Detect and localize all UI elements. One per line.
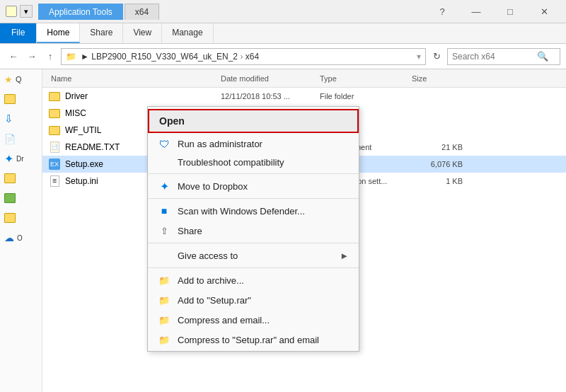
app-icon bbox=[6, 6, 17, 17]
share-icon: ⇧ bbox=[158, 224, 171, 237]
shield-icon: 🛡 bbox=[158, 137, 171, 150]
txt-file-icon: 📄 bbox=[48, 141, 61, 154]
separator-2 bbox=[148, 198, 359, 199]
context-menu: Open 🛡 Run as administrator Troubleshoot… bbox=[147, 106, 359, 352]
file-name: Driver bbox=[65, 91, 221, 101]
search-input[interactable] bbox=[452, 52, 537, 62]
ctx-share-label: Share bbox=[178, 226, 202, 236]
ctx-give-access[interactable]: Give access to ► bbox=[148, 246, 359, 265]
ctx-compress-email[interactable]: 📁 Compress and email... bbox=[148, 310, 359, 330]
main-area: ★ Q ⇩ 📄 ✦ Dr ☁ O N bbox=[0, 69, 566, 392]
window-controls: ? — □ ✕ bbox=[426, 0, 560, 23]
sidebar-item-2[interactable]: ⇩ bbox=[0, 109, 42, 129]
open-label: Open bbox=[159, 115, 185, 127]
cloud-icon: ☁ bbox=[4, 232, 14, 243]
folder-icon bbox=[48, 124, 61, 137]
col-type-header[interactable]: Type bbox=[317, 74, 409, 83]
separator-1 bbox=[148, 173, 359, 174]
search-icon: 🔍 bbox=[537, 51, 548, 62]
title-bar-left: ▾ bbox=[6, 5, 33, 18]
open-item-wrapper: Open bbox=[148, 109, 359, 133]
file-size: 21 KB bbox=[412, 143, 468, 151]
ctx-give-access-label: Give access to bbox=[178, 250, 238, 261]
compress-rar-email-icon: 📁 bbox=[158, 333, 171, 346]
sidebar-item-6[interactable] bbox=[0, 208, 42, 228]
ctx-defender[interactable]: ■ Scan with Windows Defender... bbox=[148, 201, 359, 221]
ctx-run-admin-label: Run as administrator bbox=[178, 139, 262, 149]
sidebar-dr-label: Dr bbox=[16, 155, 24, 163]
folder-icon bbox=[48, 90, 61, 103]
file-date: 12/11/2018 10:53 ... bbox=[221, 92, 320, 100]
tab-manage[interactable]: Manage bbox=[162, 23, 213, 43]
address-bar: ← → ↑ 📁 ► LBP2900_R150_V330_W64_uk_EN_2 … bbox=[0, 44, 566, 69]
sidebar-quickaccess[interactable]: ★ Q bbox=[0, 69, 42, 89]
ctx-dropbox-label: Move to Dropbox bbox=[178, 181, 248, 192]
sidebar-item-1[interactable] bbox=[0, 89, 42, 109]
ctx-add-rar-label: Add to "Setup.rar" bbox=[178, 295, 251, 306]
archive-rar-icon: 📁 bbox=[158, 294, 171, 306]
tab-view[interactable]: View bbox=[123, 23, 162, 43]
separator-3 bbox=[148, 243, 359, 243]
tab-home[interactable]: Home bbox=[37, 23, 80, 43]
sidebar-o-label: O bbox=[17, 234, 23, 242]
folder-icon-inline: 📁 bbox=[66, 52, 76, 62]
sidebar-item-4[interactable] bbox=[0, 168, 42, 188]
star-icon: ★ bbox=[4, 74, 13, 85]
defender-icon: ■ bbox=[158, 204, 171, 217]
maximize-btn[interactable]: □ bbox=[494, 0, 526, 23]
ribbon-tabs: File Home Share View Manage bbox=[0, 23, 566, 43]
download-icon: ⇩ bbox=[4, 113, 13, 125]
ctx-defender-label: Scan with Windows Defender... bbox=[178, 206, 305, 217]
search-box[interactable]: 🔍 bbox=[447, 48, 560, 65]
col-name-header[interactable]: Name bbox=[48, 74, 218, 83]
archive-icon: 📁 bbox=[158, 274, 171, 287]
file-type: File folder bbox=[320, 92, 412, 100]
close-btn[interactable]: ✕ bbox=[528, 0, 560, 23]
ctx-add-archive[interactable]: 📁 Add to archive... bbox=[148, 270, 359, 290]
refresh-btn[interactable]: ↻ bbox=[429, 49, 444, 64]
table-row[interactable]: Driver 12/11/2018 10:53 ... File folder bbox=[42, 88, 566, 105]
ctx-open[interactable]: Open bbox=[149, 110, 357, 132]
folder-icon bbox=[48, 107, 61, 120]
sidebar-item-5[interactable] bbox=[0, 188, 42, 208]
file-icon-sidebar: 📄 bbox=[4, 134, 16, 144]
tab-file[interactable]: File bbox=[0, 23, 37, 43]
submenu-arrow-icon: ► bbox=[340, 250, 349, 261]
ctx-add-rar[interactable]: 📁 Add to "Setup.rar" bbox=[148, 290, 359, 310]
ctx-compress-email-label: Compress and email... bbox=[178, 315, 270, 325]
quick-access-btn[interactable]: ▾ bbox=[20, 5, 33, 18]
dropdown-arrow[interactable]: ▾ bbox=[417, 52, 421, 62]
breadcrumb-path: ► LBP2900_R150_V330_W64_uk_EN_2 › x64 bbox=[81, 52, 259, 62]
ctx-share[interactable]: ⇧ Share bbox=[148, 221, 359, 241]
up-btn[interactable]: ↑ bbox=[42, 49, 58, 64]
col-size-header[interactable]: Size bbox=[409, 74, 466, 83]
help-btn[interactable]: ? bbox=[426, 0, 458, 23]
col-date-header[interactable]: Date modified bbox=[218, 74, 317, 83]
minimize-btn[interactable]: — bbox=[460, 0, 492, 23]
ctx-dropbox[interactable]: ✦ Move to Dropbox bbox=[148, 176, 359, 196]
ini-file-icon: ☰ bbox=[48, 175, 61, 188]
exe-file-icon: EX bbox=[48, 158, 61, 171]
sidebar-item-cloud[interactable]: ☁ O bbox=[0, 228, 42, 248]
ctx-compress-rar-email-label: Compress to "Setup.rar" and email bbox=[178, 335, 319, 345]
dropbox-icon: ✦ bbox=[158, 180, 171, 192]
tab-share[interactable]: Share bbox=[80, 23, 123, 43]
ctx-add-archive-label: Add to archive... bbox=[178, 275, 244, 286]
window-tab[interactable]: x64 bbox=[125, 4, 159, 20]
file-list: Name Date modified Type Size Driver 12/1… bbox=[42, 69, 566, 392]
ctx-troubleshoot-label: Troubleshoot compatibility bbox=[178, 157, 284, 168]
sidebar-item-3[interactable]: 📄 bbox=[0, 129, 42, 149]
sidebar-item-dropbox[interactable]: ✦ Dr bbox=[0, 149, 42, 168]
ctx-run-admin[interactable]: 🛡 Run as administrator bbox=[148, 134, 359, 154]
back-btn[interactable]: ← bbox=[6, 49, 21, 64]
sidebar-item-label: Q bbox=[16, 75, 22, 83]
title-bar: ▾ Application Tools x64 ? — □ ✕ bbox=[0, 0, 566, 23]
separator-4 bbox=[148, 267, 359, 268]
give-access-icon bbox=[158, 249, 171, 262]
ctx-troubleshoot[interactable]: Troubleshoot compatibility bbox=[148, 154, 359, 171]
ctx-compress-rar-email[interactable]: 📁 Compress to "Setup.rar" and email bbox=[148, 330, 359, 350]
folder-a-icon bbox=[4, 173, 16, 183]
app-tools-tab[interactable]: Application Tools bbox=[38, 4, 123, 20]
breadcrumb[interactable]: 📁 ► LBP2900_R150_V330_W64_uk_EN_2 › x64 … bbox=[61, 48, 426, 65]
forward-btn[interactable]: → bbox=[24, 49, 40, 64]
